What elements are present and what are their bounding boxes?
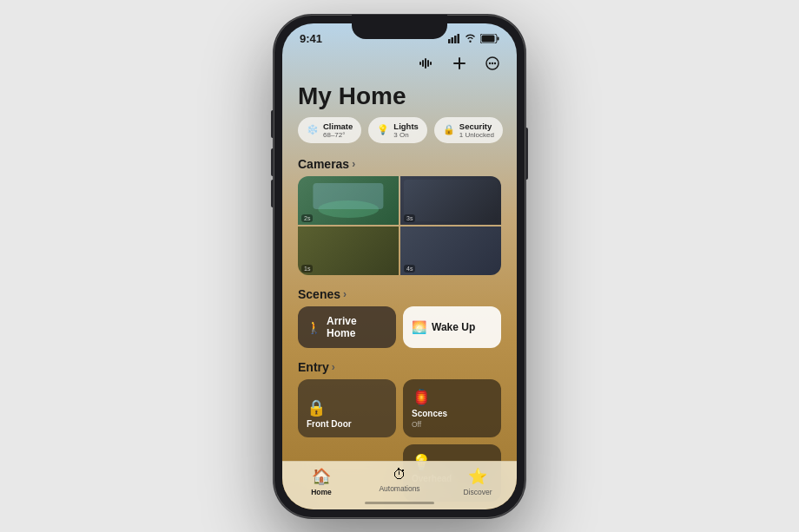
climate-label: Climate — [323, 122, 353, 131]
add-button[interactable] — [449, 53, 470, 74]
automations-tab-icon: ⏱ — [393, 467, 406, 483]
app-content: My Home ❄️ Climate 68–72° 💡 Lights — [282, 49, 517, 509]
lights-label: Lights — [393, 122, 419, 131]
camera-grid: 2s 3s 1s 4s — [298, 176, 501, 275]
svg-rect-11 — [430, 62, 432, 65]
arrive-home-button[interactable]: 🚶 Arrive Home — [298, 306, 396, 348]
battery-icon — [480, 34, 499, 43]
svg-point-17 — [494, 62, 496, 63]
svg-point-16 — [492, 62, 493, 63]
wifi-icon — [465, 34, 476, 43]
camera-cell-4[interactable]: 4s — [400, 227, 501, 275]
phone-frame: 9:41 — [274, 15, 525, 518]
home-indicator — [365, 502, 434, 504]
plus-icon — [453, 57, 466, 69]
entry-chevron: › — [332, 361, 335, 373]
tab-home[interactable]: 🏠 Home — [282, 467, 360, 496]
svg-rect-1 — [452, 37, 454, 43]
svg-rect-6 — [498, 36, 499, 40]
wake-up-button[interactable]: 🌅 Wake Up — [403, 306, 501, 348]
camera-cell-2[interactable]: 3s — [400, 176, 501, 225]
climate-sub: 68–72° — [323, 131, 353, 139]
security-icon: 🔒 — [443, 124, 455, 135]
camera-cell-3[interactable]: 1s — [298, 227, 399, 275]
sconces-name: Sconces — [412, 409, 492, 418]
svg-rect-2 — [454, 36, 457, 43]
waveform-icon — [419, 57, 433, 69]
arrive-home-icon: 🚶 — [307, 320, 321, 334]
tab-automations[interactable]: ⏱ Automations — [360, 467, 439, 493]
home-tab-icon: 🏠 — [312, 467, 331, 486]
home-tab-label: Home — [311, 488, 332, 496]
phone-screen: 9:41 — [282, 23, 517, 509]
lights-pill[interactable]: 💡 Lights 3 On — [368, 117, 427, 143]
svg-rect-5 — [482, 35, 495, 42]
svg-rect-0 — [448, 39, 451, 43]
wake-up-icon: 🌅 — [412, 320, 426, 334]
scenes-chevron: › — [343, 288, 347, 300]
entry-label: Entry — [298, 360, 329, 374]
lights-sub: 3 On — [393, 131, 419, 139]
cameras-section-header[interactable]: Cameras › — [282, 154, 517, 176]
sconces-tile[interactable]: 🏮 Sconces Off — [403, 379, 501, 437]
notch — [352, 15, 447, 39]
camera-cell-1[interactable]: 2s — [298, 176, 399, 225]
status-time: 9:41 — [300, 32, 322, 45]
tab-discover[interactable]: ⭐ Discover — [439, 467, 517, 496]
scenes-label: Scenes — [298, 287, 340, 301]
svg-rect-9 — [425, 58, 426, 69]
status-icons — [448, 34, 499, 43]
category-pills: ❄️ Climate 68–72° 💡 Lights 3 On — [282, 117, 517, 154]
climate-icon: ❄️ — [307, 124, 319, 135]
camera-3-label: 1s — [301, 265, 313, 273]
svg-rect-8 — [422, 60, 424, 67]
page-title: My Home — [282, 77, 517, 117]
cameras-label: Cameras — [298, 157, 349, 171]
svg-rect-10 — [427, 60, 429, 67]
scenes-row: 🚶 Arrive Home 🌅 Wake Up — [282, 306, 517, 357]
camera-4-label: 4s — [404, 265, 415, 273]
scenes-section-header[interactable]: Scenes › — [282, 284, 517, 306]
sconces-icon: 🏮 — [412, 388, 492, 407]
header-toolbar — [282, 49, 517, 77]
more-button[interactable] — [482, 53, 503, 74]
camera-1-label: 2s — [301, 214, 313, 222]
security-label: Security — [459, 122, 492, 131]
svg-rect-3 — [458, 34, 460, 43]
camera-2-label: 3s — [404, 214, 415, 222]
climate-pill[interactable]: ❄️ Climate 68–72° — [298, 117, 361, 143]
discover-tab-icon: ⭐ — [468, 467, 487, 486]
svg-rect-13 — [453, 62, 466, 64]
svg-rect-7 — [419, 62, 421, 65]
front-door-name: Front Door — [307, 419, 352, 429]
front-door-tile[interactable]: 🔒 Front Door — [298, 379, 396, 437]
lights-icon: 💡 — [377, 124, 389, 135]
phone-body: 9:41 — [274, 15, 525, 518]
arrive-home-label: Arrive Home — [327, 315, 387, 339]
wake-up-label: Wake Up — [432, 321, 475, 333]
more-icon — [485, 56, 499, 70]
voice-button[interactable] — [416, 53, 437, 74]
cameras-chevron: › — [352, 158, 355, 170]
discover-tab-label: Discover — [463, 488, 492, 496]
automations-tab-label: Automations — [379, 484, 419, 493]
svg-point-15 — [489, 62, 491, 63]
security-pill[interactable]: 🔒 Security 1 Unlocked — [434, 117, 503, 143]
lock-icon: 🔒 — [307, 398, 326, 417]
security-sub: 1 Unlocked — [459, 131, 494, 139]
entry-section-header[interactable]: Entry › — [282, 357, 517, 379]
signal-icon — [448, 34, 460, 43]
sconces-status: Off — [412, 420, 492, 429]
